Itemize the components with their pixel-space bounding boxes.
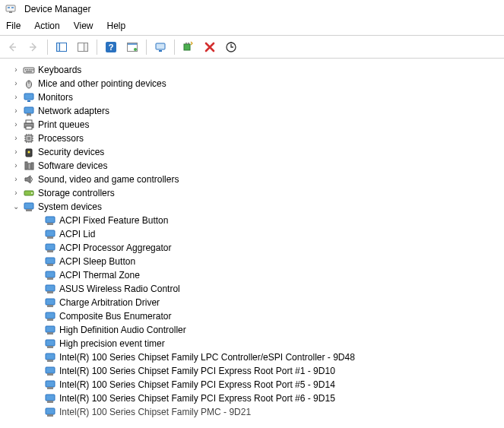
svg-rect-38	[27, 137, 30, 140]
titlebar: Device Manager	[0, 0, 504, 18]
tree-item[interactable]: Intel(R) 100 Series Chipset Family PCI E…	[3, 392, 504, 405]
svg-rect-29	[27, 100, 30, 102]
svg-rect-1	[8, 7, 10, 8]
tree-item[interactable]: Composite Bus Enumerator	[3, 309, 504, 323]
update-driver-button[interactable]	[151, 38, 170, 56]
chevron-right-icon[interactable]: ›	[11, 160, 21, 171]
printer-icon	[23, 119, 35, 131]
svg-rect-89	[47, 414, 53, 417]
svg-rect-66	[46, 258, 55, 264]
tree-category-label: Keyboards	[38, 63, 81, 77]
properties-button[interactable]	[74, 38, 92, 56]
tree-item[interactable]: Intel(R) 100 Series Chipset Family PMC -…	[3, 405, 504, 419]
keyboard-icon	[23, 64, 35, 76]
tree-item-label: ACPI Fixed Feature Button	[59, 214, 168, 227]
tree-item[interactable]: Charge Arbitration Driver	[3, 296, 504, 309]
svg-rect-82	[46, 367, 55, 373]
menu-file[interactable]: File	[6, 21, 21, 31]
svg-rect-53	[25, 162, 27, 170]
svg-rect-78	[46, 340, 55, 346]
svg-rect-63	[47, 236, 53, 239]
chevron-right-icon[interactable]: ›	[11, 92, 21, 103]
chevron-right-icon[interactable]: ›	[11, 119, 21, 130]
chip-icon	[44, 379, 56, 391]
tree-item-label: High Definition Audio Controller	[59, 323, 186, 337]
tree-category[interactable]: ›Software devices	[3, 159, 504, 173]
forward-button[interactable]	[24, 38, 43, 56]
tree-category[interactable]: ⌄System devices	[3, 200, 504, 214]
back-button[interactable]	[3, 38, 21, 56]
menu-view[interactable]: View	[74, 21, 94, 31]
svg-rect-65	[47, 250, 53, 252]
svg-rect-7	[84, 43, 88, 51]
window-title: Device Manager	[24, 4, 90, 14]
svg-rect-28	[24, 94, 33, 100]
tree-item[interactable]: High precision event timer	[3, 337, 504, 350]
svg-rect-67	[47, 264, 53, 266]
action-pane-button[interactable]	[123, 38, 141, 56]
menu-action[interactable]: Action	[34, 21, 59, 31]
tree-category[interactable]: ›Security devices	[3, 145, 504, 159]
tree-item[interactable]: ACPI Processor Aggregator	[3, 241, 504, 255]
uninstall-button[interactable]	[201, 38, 219, 56]
tree-item-label: Intel(R) 100 Series Chipset Family LPC C…	[59, 350, 355, 364]
tree-category[interactable]: ›Print queues	[3, 118, 504, 132]
tree-category[interactable]: ›Mice and other pointing devices	[3, 77, 504, 90]
help-button[interactable]: ?	[102, 38, 120, 56]
chevron-right-icon[interactable]: ›	[11, 78, 21, 89]
svg-rect-36	[26, 126, 32, 129]
add-legacy-button[interactable]	[179, 38, 198, 56]
chevron-right-icon[interactable]: ›	[11, 174, 21, 185]
tree-category-label: Print queues	[38, 118, 89, 132]
show-hide-tree-button[interactable]	[52, 38, 71, 56]
tree-category[interactable]: ›Monitors	[3, 90, 504, 104]
scan-button[interactable]	[222, 38, 240, 56]
svg-point-52	[28, 151, 30, 154]
chevron-right-icon[interactable]: ›	[11, 133, 21, 144]
tree-item[interactable]: Intel(R) 100 Series Chipset Family PCI E…	[3, 364, 504, 378]
chevron-down-icon[interactable]: ⌄	[11, 201, 21, 212]
device-tree[interactable]: ›Keyboards›Mice and other pointing devic…	[0, 59, 504, 428]
svg-rect-30	[24, 107, 33, 113]
chip-icon	[44, 255, 56, 268]
tree-category-label: Security devices	[38, 145, 104, 159]
add-hardware-icon	[182, 41, 195, 53]
tree-item[interactable]: High Definition Audio Controller	[3, 323, 504, 337]
svg-point-12	[134, 48, 137, 51]
svg-rect-76	[46, 326, 55, 332]
svg-rect-0	[6, 5, 15, 11]
svg-rect-85	[47, 387, 53, 389]
toolbar-divider	[174, 40, 175, 55]
svg-rect-84	[46, 381, 55, 387]
tree-item[interactable]: ASUS Wireless Radio Control	[3, 282, 504, 296]
tree-item[interactable]: Intel(R) 100 Series Chipset Family LPC C…	[3, 350, 504, 364]
tree-item[interactable]: ACPI Thermal Zone	[3, 268, 504, 282]
svg-rect-68	[46, 271, 55, 277]
tree-item[interactable]: ACPI Lid	[3, 227, 504, 241]
tree-category[interactable]: ›Storage controllers	[3, 186, 504, 200]
tree-category[interactable]: ›Network adapters	[3, 104, 504, 118]
software-icon	[23, 160, 35, 172]
svg-rect-20	[25, 69, 27, 71]
chevron-right-icon[interactable]: ›	[11, 65, 21, 75]
svg-rect-69	[47, 277, 53, 280]
chip-icon	[44, 310, 56, 322]
chip-icon	[44, 228, 56, 240]
tree-category[interactable]: ›Sound, video and game controllers	[3, 173, 504, 186]
tree-category[interactable]: ›Processors	[3, 132, 504, 145]
tree-item[interactable]: ACPI Fixed Feature Button	[3, 214, 504, 227]
toolbar-divider	[47, 40, 48, 55]
svg-rect-11	[128, 43, 137, 45]
chevron-right-icon[interactable]: ›	[11, 188, 21, 198]
tree-item[interactable]: Intel(R) 100 Series Chipset Family PCI E…	[3, 378, 504, 392]
chevron-right-icon[interactable]: ›	[11, 106, 21, 116]
tree-item[interactable]: ACPI Sleep Button	[3, 255, 504, 268]
sound-icon	[23, 173, 35, 185]
tree-category[interactable]: ›Keyboards	[3, 63, 504, 77]
menu-help[interactable]: Help	[107, 21, 126, 31]
svg-rect-83	[47, 373, 53, 376]
menubar: File Action View Help	[0, 18, 504, 35]
svg-rect-21	[27, 69, 28, 71]
chevron-right-icon[interactable]: ›	[11, 147, 21, 157]
tree-item-label: ACPI Sleep Button	[59, 255, 135, 268]
